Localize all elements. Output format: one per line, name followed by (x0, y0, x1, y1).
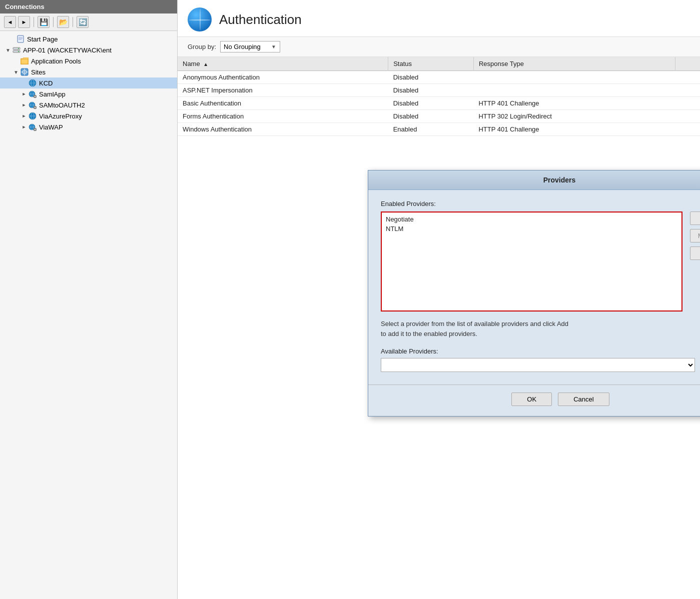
cell-response-type: HTTP 302 Login/Redirect (473, 110, 675, 123)
toggle (8, 35, 16, 43)
enabled-providers-label: Enabled Providers: (381, 200, 700, 208)
toolbar-sep1 (34, 17, 34, 27)
globe-gear-icon3 (28, 122, 37, 132)
cell-status: Disabled (388, 110, 474, 123)
cancel-button[interactable]: Cancel (558, 392, 609, 406)
toggle[interactable]: ► (20, 90, 28, 98)
table-row[interactable]: Basic AuthenticationDisabledHTTP 401 Cha… (178, 97, 700, 110)
svg-point-7 (18, 51, 19, 52)
table-row[interactable]: Windows AuthenticationEnabledHTTP 401 Ch… (178, 123, 700, 136)
globe-gear-icon (28, 90, 37, 98)
col-status[interactable]: Status (388, 57, 474, 71)
tree-label: Sites (31, 68, 46, 76)
toggle[interactable]: ► (20, 123, 28, 131)
move-down-button[interactable]: Move Down (690, 229, 700, 242)
cell-extra (675, 97, 700, 110)
cell-response-type (473, 71, 675, 84)
page-title: Authentication (219, 12, 302, 28)
sidebar-header: Connections (0, 0, 177, 14)
cell-status: Disabled (388, 97, 474, 110)
groupby-label: Group by: (188, 43, 216, 50)
toggle[interactable]: ▼ (4, 46, 12, 54)
svg-rect-0 (18, 36, 24, 42)
globe-icon (28, 78, 37, 88)
cell-status: Disabled (388, 71, 474, 84)
refresh-button[interactable]: 🔄 (77, 16, 89, 28)
tree-item-app01[interactable]: ▼ APP-01 (WACKETYWACK\ent (0, 44, 177, 56)
col-extra (675, 57, 700, 71)
provider-ntlm[interactable]: NTLM (384, 224, 679, 234)
back-button[interactable]: ◄ (4, 16, 16, 28)
cell-name: ASP.NET Impersonation (178, 84, 388, 97)
cell-response-type: HTTP 401 Challenge (473, 97, 675, 110)
ok-button[interactable]: OK (511, 392, 552, 406)
table-row[interactable]: Forms AuthenticationDisabledHTTP 302 Log… (178, 110, 700, 123)
cell-status: Disabled (388, 84, 474, 97)
groupby-select[interactable]: No Grouping Status Response Type (220, 41, 280, 52)
save-button[interactable]: 💾 (38, 16, 50, 28)
globe-gear-icon2 (28, 100, 37, 110)
cell-response-type: HTTP 401 Challenge (473, 123, 675, 136)
col-name[interactable]: Name ▲ (178, 57, 388, 71)
tree-label: APP-01 (WACKETYWACK\ent (23, 46, 112, 54)
connection-tree: Start Page ▼ APP-01 (WACKETYWACK\ent (0, 31, 177, 599)
open-button[interactable]: 📂 (57, 16, 69, 28)
tree-label: Application Pools (31, 58, 81, 65)
table-row[interactable]: ASP.NET ImpersonationDisabled (178, 84, 700, 97)
move-up-button[interactable]: Move Up (690, 212, 700, 225)
cell-extra (675, 123, 700, 136)
providers-hint: Select a provider from the list of avail… (381, 319, 700, 338)
svg-rect-8 (21, 59, 28, 64)
globe-icon2 (28, 112, 37, 120)
auth-table: Name ▲ Status Response Type Anonymous Au… (178, 57, 700, 136)
tree-item-app-pools[interactable]: Application Pools (0, 56, 177, 66)
providers-titlebar: Providers ? ✕ (368, 170, 700, 190)
tree-item-viawap[interactable]: ► ViaWAP (0, 122, 177, 132)
sidebar-toolbar: ◄ ► 💾 📂 🔄 (0, 14, 177, 31)
tree-item-start-page[interactable]: Start Page (0, 34, 177, 44)
cell-name: Windows Authentication (178, 123, 388, 136)
tree-label: SamlApp (39, 90, 66, 98)
providers-dialog: Providers ? ✕ Enabled Providers: Negotia… (368, 170, 700, 416)
tree-item-sites[interactable]: ▼ Sites (0, 66, 177, 78)
tree-item-kcd[interactable]: KCD (0, 78, 177, 88)
toggle[interactable]: ► (20, 112, 28, 120)
tree-label: ViaWAP (39, 124, 63, 131)
cell-name: Anonymous Authentication (178, 71, 388, 84)
cell-extra (675, 84, 700, 97)
sidebar-title: Connections (5, 3, 45, 10)
forward-button[interactable]: ► (18, 16, 30, 28)
tree-item-samtooauth2[interactable]: ► SAMtoOAUTH2 (0, 100, 177, 110)
folder-icon (20, 56, 29, 66)
tree-label: KCD (39, 80, 53, 87)
available-providers-label: Available Providers: (381, 348, 700, 355)
tree-label: Start Page (27, 36, 58, 43)
server-icon (12, 46, 21, 54)
col-response-type[interactable]: Response Type (473, 57, 675, 71)
remove-button[interactable]: Remove (690, 246, 700, 260)
cell-extra (675, 110, 700, 123)
available-providers-select[interactable] (381, 358, 695, 372)
tree-label: SAMtoOAUTH2 (39, 102, 85, 109)
provider-negotiate[interactable]: Negotiate (384, 214, 679, 224)
svg-point-35 (35, 129, 36, 130)
svg-point-22 (35, 96, 36, 97)
tree-label: ViaAzureProxy (39, 112, 82, 120)
toolbar-sep3 (73, 17, 73, 27)
page-icon (16, 34, 25, 44)
tree-item-samlapp[interactable]: ► SamlApp (0, 88, 177, 100)
auth-header: Authentication (178, 0, 700, 37)
toggle[interactable]: ► (20, 101, 28, 109)
cell-status: Enabled (388, 123, 474, 136)
toggle (20, 79, 28, 87)
groupby-bar: Group by: No Grouping Status Response Ty… (178, 37, 700, 57)
tree-item-viaazureproxy[interactable]: ► ViaAzureProxy (0, 110, 177, 122)
toggle[interactable]: ▼ (12, 68, 20, 76)
cell-name: Basic Authentication (178, 97, 388, 110)
toolbar-sep2 (53, 17, 54, 27)
toggle (12, 57, 20, 65)
sites-icon (20, 68, 29, 76)
enabled-providers-list[interactable]: Negotiate NTLM (381, 212, 682, 312)
sort-icon: ▲ (203, 62, 208, 67)
table-row[interactable]: Anonymous AuthenticationDisabled (178, 71, 700, 84)
